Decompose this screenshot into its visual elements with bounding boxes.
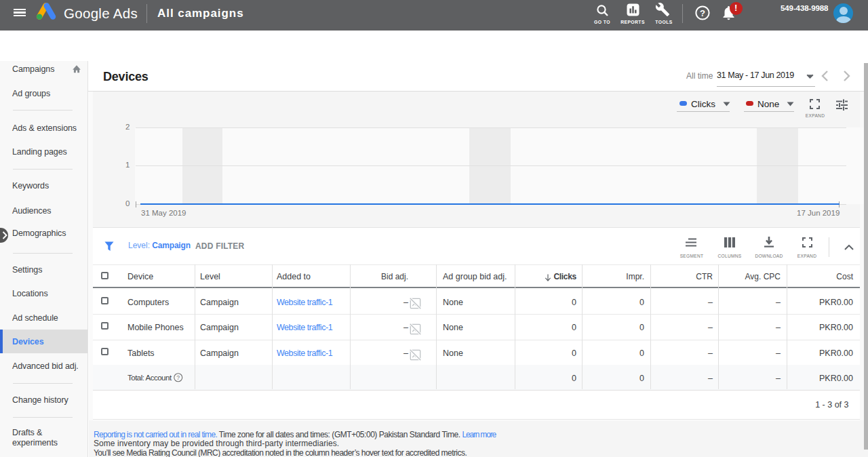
- svg-text:?: ?: [700, 8, 705, 18]
- svg-text:?: ?: [176, 374, 180, 381]
